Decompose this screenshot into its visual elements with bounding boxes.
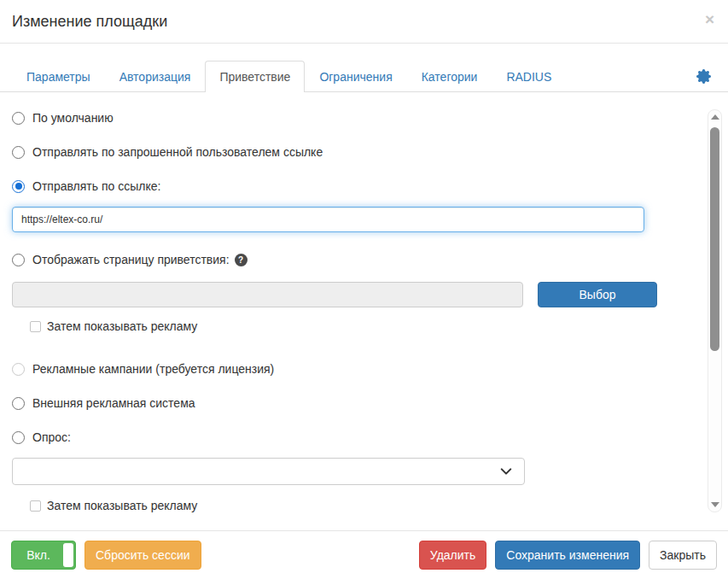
survey-select[interactable] <box>12 458 525 485</box>
then-ads-checkbox-2[interactable] <box>30 500 41 512</box>
radio-survey-label: Опрос: <box>32 430 71 444</box>
radio-requested-url[interactable] <box>12 146 25 159</box>
radio-welcome-page-label: Отображать страницу приветствия: <box>32 253 230 266</box>
url-input-row <box>12 207 694 232</box>
radio-row-requested-url: Отправлять по запрошенной пользователем … <box>12 143 694 161</box>
enabled-toggle-label: Вкл. <box>26 548 50 562</box>
reset-sessions-button[interactable]: Сбросить сессии <box>84 541 201 570</box>
scrollbar-thumb[interactable] <box>710 127 719 351</box>
radio-requested-url-label: Отправлять по запрошенной пользователем … <box>32 145 323 159</box>
radio-ad-campaigns <box>12 363 25 376</box>
gear-icon[interactable] <box>696 61 716 91</box>
choose-file-button[interactable]: Выбор <box>538 282 657 307</box>
welcome-file-row: Выбор <box>12 282 694 307</box>
then-ads-label-2: Затем показывать рекламу <box>47 499 197 512</box>
radio-welcome-page[interactable] <box>12 254 25 266</box>
scrollbar-down-arrow-icon[interactable] <box>711 502 719 507</box>
tab-categories[interactable]: Категории <box>407 61 492 92</box>
tab-authorization[interactable]: Авторизация <box>105 61 206 92</box>
radio-row-survey: Опрос: <box>12 429 694 446</box>
radio-send-link[interactable] <box>12 180 25 193</box>
survey-select-row <box>12 458 694 485</box>
then-ads-label-1: Затем показывать рекламу <box>47 319 197 333</box>
radio-send-link-label: Отправлять по ссылке: <box>32 179 160 193</box>
modal-title: Изменение площадки <box>12 13 167 31</box>
modal-footer: Вкл. Сбросить сессии Удалить Сохранить и… <box>0 530 728 579</box>
scrollbar[interactable] <box>708 109 722 512</box>
radio-default[interactable] <box>12 112 25 125</box>
radio-row-send-link: Отправлять по ссылке: <box>12 178 694 195</box>
radio-row-ad-campaigns: Рекламные кампании (требуется лицензия) <box>12 360 694 377</box>
radio-row-external-ads: Внешняя рекламная система <box>12 395 694 412</box>
help-icon[interactable]: ? <box>235 254 248 266</box>
radio-default-label: По умолчанию <box>32 111 114 125</box>
radio-external-ads[interactable] <box>12 397 25 410</box>
radio-row-default: По умолчанию <box>12 109 694 126</box>
tab-parameters[interactable]: Параметры <box>12 61 105 92</box>
delete-button[interactable]: Удалить <box>419 541 486 570</box>
then-ads-row-2: Затем показывать рекламу <box>30 497 694 514</box>
radio-ad-campaigns-label: Рекламные кампании (требуется лицензия) <box>32 362 274 376</box>
close-icon[interactable]: × <box>705 13 714 26</box>
close-button[interactable]: Закрыть <box>649 541 717 570</box>
welcome-file-input <box>12 282 523 307</box>
enabled-toggle[interactable]: Вкл. <box>11 541 76 570</box>
tab-bar: Параметры Авторизация Приветствие Ограни… <box>0 61 728 92</box>
save-changes-button[interactable]: Сохранить изменения <box>495 541 640 570</box>
tab-radius[interactable]: RADIUS <box>492 61 566 92</box>
radio-survey[interactable] <box>12 431 25 444</box>
radio-row-welcome-page: Отображать страницу приветствия: ? <box>12 251 694 268</box>
toggle-handle[interactable] <box>63 543 73 567</box>
tab-greeting[interactable]: Приветствие <box>205 61 305 92</box>
tab-restrictions[interactable]: Ограничения <box>305 61 406 92</box>
radio-external-ads-label: Внешняя рекламная система <box>32 396 195 410</box>
scrollbar-up-arrow-icon[interactable] <box>711 114 719 120</box>
then-ads-checkbox-1[interactable] <box>30 321 41 332</box>
tab-content-greeting: По умолчанию Отправлять по запрошенной п… <box>0 92 728 514</box>
modal-header: Изменение площадки × <box>0 0 728 44</box>
redirect-url-input[interactable] <box>12 207 644 232</box>
then-ads-row-1: Затем показывать рекламу <box>30 318 694 335</box>
